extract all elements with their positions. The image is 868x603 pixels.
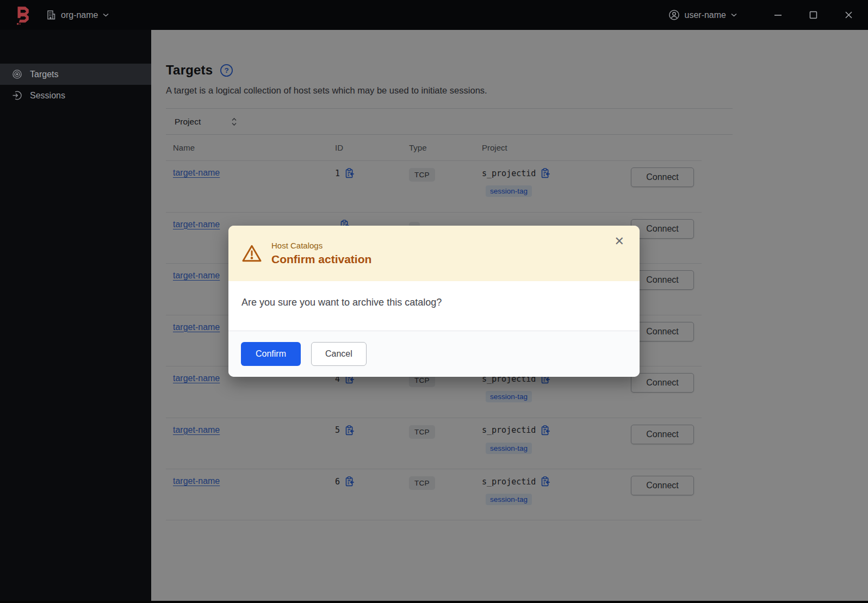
org-menu[interactable]: org-name	[45, 8, 110, 22]
session-entry-icon	[12, 90, 22, 101]
modal-footer: Confirm Cancel	[228, 331, 640, 377]
confirm-button[interactable]: Confirm	[241, 342, 301, 366]
org-menu-label: org-name	[61, 10, 98, 20]
modal-title: Confirm activation	[271, 253, 371, 266]
org-icon	[46, 10, 56, 20]
user-menu[interactable]: user-name	[667, 7, 738, 23]
maximize-button[interactable]	[808, 10, 819, 20]
app-window: org-name user-name	[0, 0, 868, 603]
window-controls	[773, 10, 854, 20]
sidebar-item-label: Sessions	[30, 91, 65, 101]
modal-tagline: Host Catalogs	[271, 241, 371, 250]
confirm-modal: Host Catalogs Confirm activation ✕ Are y…	[228, 226, 640, 377]
minimize-button[interactable]	[773, 10, 783, 20]
warning-icon	[241, 244, 262, 263]
user-menu-label: user-name	[685, 10, 726, 20]
window-bottom-edge	[0, 601, 868, 603]
user-icon	[668, 9, 680, 21]
chevron-down-icon	[731, 13, 737, 17]
close-icon[interactable]: ✕	[612, 233, 627, 250]
boundary-logo	[14, 5, 31, 25]
sidebar-item-label: Targets	[30, 70, 58, 79]
sidebar: Targets Sessions	[0, 30, 151, 603]
sidebar-item-targets[interactable]: Targets	[0, 64, 151, 85]
titlebar: org-name user-name	[0, 0, 868, 30]
target-bullseye-icon	[12, 69, 22, 79]
close-window-button[interactable]	[844, 10, 854, 20]
sidebar-item-sessions[interactable]: Sessions	[0, 85, 151, 106]
modal-message: Are you sure you want to archive this ca…	[241, 297, 442, 308]
modal-body: Are you sure you want to archive this ca…	[228, 281, 640, 331]
chevron-down-icon	[103, 13, 109, 17]
modal-header: Host Catalogs Confirm activation ✕	[228, 226, 640, 281]
cancel-button[interactable]: Cancel	[311, 342, 367, 366]
